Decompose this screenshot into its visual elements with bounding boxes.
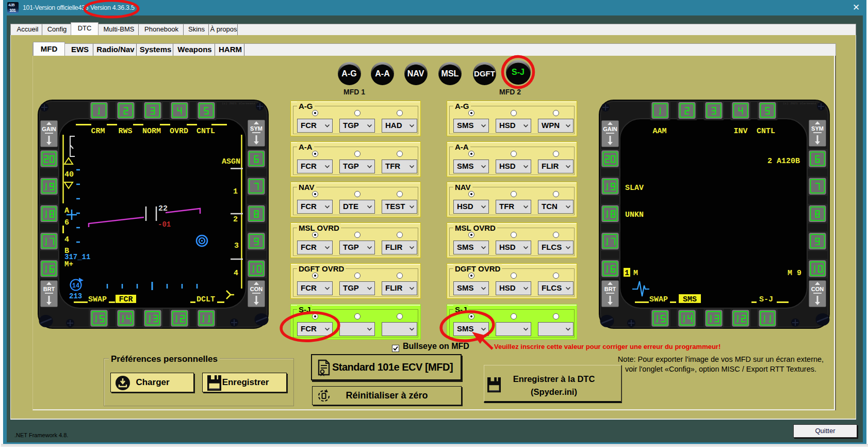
- svg-text:14: 14: [72, 282, 79, 290]
- svg-text:INV: INV: [733, 127, 747, 136]
- svg-text:M+: M+: [64, 260, 73, 268]
- svg-text:3: 3: [234, 242, 239, 250]
- svg-text:CNTL: CNTL: [757, 127, 775, 136]
- svg-text:GAIN: GAIN: [42, 126, 56, 132]
- svg-text:(c) 2021 iCarmeanz: (c) 2021 iCarmeanz: [783, 102, 816, 105]
- svg-text:2: 2: [233, 215, 238, 224]
- svg-text:FCR: FCR: [119, 295, 133, 304]
- svg-text:M 9: M 9: [788, 269, 801, 278]
- svg-text:UNKN: UNKN: [625, 211, 644, 219]
- svg-text:A: A: [64, 206, 69, 215]
- svg-text:1: 1: [233, 187, 238, 196]
- svg-text:SLAV: SLAV: [625, 184, 644, 193]
- svg-text:CON: CON: [250, 286, 263, 292]
- svg-text:(c) 2021 iCarmeanz: (c) 2021 iCarmeanz: [222, 102, 255, 105]
- svg-text:GAIN: GAIN: [603, 126, 617, 132]
- svg-text:OVRD: OVRD: [170, 127, 188, 136]
- svg-text:2 A120B: 2 A120B: [767, 157, 800, 166]
- svg-text:ASGN: ASGN: [222, 157, 240, 166]
- svg-text:DCLT: DCLT: [196, 295, 215, 304]
- svg-text:M: M: [633, 269, 638, 278]
- svg-text:NORM: NORM: [142, 127, 161, 136]
- svg-text:CON: CON: [811, 286, 824, 292]
- svg-text:6: 6: [64, 218, 69, 227]
- svg-text:SWAP: SWAP: [649, 295, 668, 304]
- svg-text:CNTL: CNTL: [196, 127, 215, 136]
- svg-text:22: 22: [158, 204, 168, 213]
- svg-text:AAM: AAM: [652, 127, 666, 136]
- svg-text:SYM: SYM: [250, 125, 263, 132]
- svg-text:CRM: CRM: [91, 127, 105, 136]
- svg-text:SYM: SYM: [811, 125, 824, 132]
- svg-text:4: 4: [234, 269, 238, 278]
- svg-text:BRT: BRT: [604, 286, 616, 292]
- svg-text:213: 213: [69, 292, 82, 300]
- svg-text:SMS: SMS: [683, 295, 697, 304]
- svg-text:BRT: BRT: [43, 286, 55, 292]
- svg-text:1: 1: [625, 269, 629, 278]
- svg-text:SWAP: SWAP: [88, 295, 107, 304]
- svg-text:S-J: S-J: [759, 295, 773, 304]
- svg-text:40: 40: [64, 170, 74, 179]
- svg-text:4: 4: [64, 235, 69, 244]
- svg-text:RWS: RWS: [118, 127, 132, 136]
- svg-text:-01: -01: [158, 220, 171, 229]
